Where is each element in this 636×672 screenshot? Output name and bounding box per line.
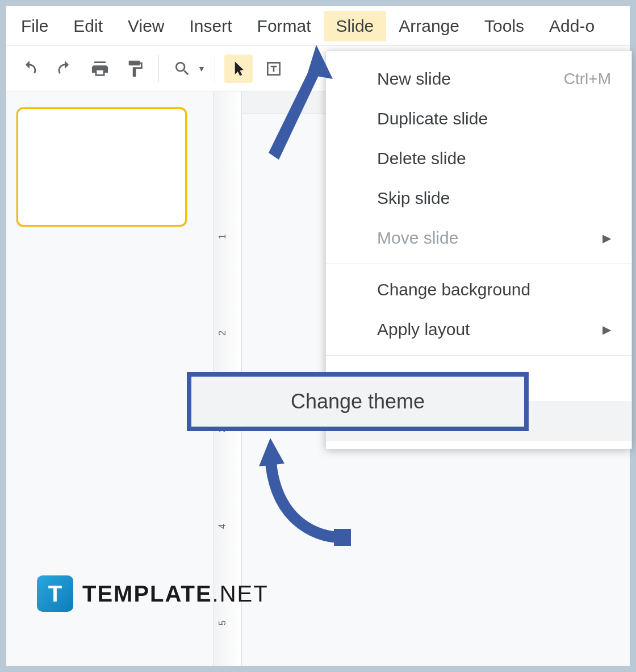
callout-label: Change theme bbox=[291, 390, 425, 414]
app-frame: File Edit View Insert Format Slide Arran… bbox=[6, 6, 630, 666]
ruler-label: 4 bbox=[217, 524, 228, 529]
watermark-badge-icon: T bbox=[37, 575, 73, 612]
undo-button[interactable] bbox=[15, 55, 44, 83]
zoom-button[interactable] bbox=[168, 55, 196, 83]
cursor-icon bbox=[230, 60, 247, 77]
watermark: T TEMPLATE.NET bbox=[37, 575, 269, 612]
print-icon bbox=[90, 59, 110, 78]
zoom-dropdown-caret[interactable]: ▼ bbox=[198, 64, 206, 73]
menu-item-label: Move slide bbox=[377, 228, 458, 248]
print-button[interactable] bbox=[86, 55, 114, 83]
menu-addons[interactable]: Add-o bbox=[537, 11, 607, 41]
slide-thumbnail[interactable] bbox=[16, 107, 187, 227]
paint-roller-icon bbox=[125, 59, 145, 78]
ruler-label: 1 bbox=[217, 234, 228, 239]
menu-move-slide: Move slide ▶ bbox=[326, 218, 631, 258]
menu-duplicate-slide[interactable]: Duplicate slide bbox=[326, 99, 631, 139]
textbox-tool-button[interactable] bbox=[260, 55, 288, 83]
menubar: File Edit View Insert Format Slide Arran… bbox=[6, 6, 630, 46]
redo-icon bbox=[55, 59, 74, 78]
annotation-callout-box: Change theme bbox=[187, 372, 529, 431]
menu-item-label: Apply layout bbox=[377, 320, 470, 339]
menu-apply-layout[interactable]: Apply layout ▶ bbox=[326, 310, 631, 349]
menu-item-label: New slide bbox=[377, 69, 451, 89]
submenu-arrow-icon: ▶ bbox=[602, 323, 611, 336]
menu-separator bbox=[326, 355, 631, 356]
toolbar-separator bbox=[158, 55, 159, 82]
select-tool-button[interactable] bbox=[224, 55, 253, 83]
menu-new-slide[interactable]: New slide Ctrl+M bbox=[326, 59, 631, 99]
menu-slide[interactable]: Slide bbox=[324, 11, 387, 41]
menu-edit[interactable]: Edit bbox=[61, 11, 115, 41]
submenu-arrow-icon: ▶ bbox=[602, 231, 611, 245]
menu-file[interactable]: File bbox=[9, 11, 61, 41]
menu-format[interactable]: Format bbox=[245, 11, 324, 41]
paint-format-button[interactable] bbox=[121, 55, 149, 83]
menu-arrange[interactable]: Arrange bbox=[386, 11, 472, 41]
watermark-light: .NET bbox=[212, 581, 269, 606]
undo-icon bbox=[20, 59, 39, 78]
menu-tools[interactable]: Tools bbox=[472, 11, 537, 41]
ruler-label: 2 bbox=[217, 331, 228, 336]
menu-change-background[interactable]: Change background bbox=[326, 270, 631, 310]
ruler-label: 5 bbox=[217, 620, 228, 625]
textbox-icon bbox=[265, 60, 283, 78]
menu-skip-slide[interactable]: Skip slide bbox=[326, 178, 631, 218]
menu-delete-slide[interactable]: Delete slide bbox=[326, 139, 631, 178]
zoom-icon bbox=[173, 60, 191, 78]
watermark-text: TEMPLATE.NET bbox=[82, 581, 269, 607]
menu-item-label: Duplicate slide bbox=[377, 109, 488, 128]
menu-insert[interactable]: Insert bbox=[177, 11, 245, 41]
toolbar-separator bbox=[215, 55, 215, 82]
watermark-bold: TEMPLATE bbox=[82, 581, 212, 606]
menu-separator bbox=[326, 264, 631, 264]
menu-item-shortcut: Ctrl+M bbox=[564, 70, 611, 88]
redo-button[interactable] bbox=[51, 55, 79, 83]
menu-item-label: Change background bbox=[377, 280, 530, 299]
menu-item-label: Skip slide bbox=[377, 189, 450, 208]
menu-item-label: Delete slide bbox=[377, 149, 466, 168]
menu-view[interactable]: View bbox=[115, 11, 177, 41]
